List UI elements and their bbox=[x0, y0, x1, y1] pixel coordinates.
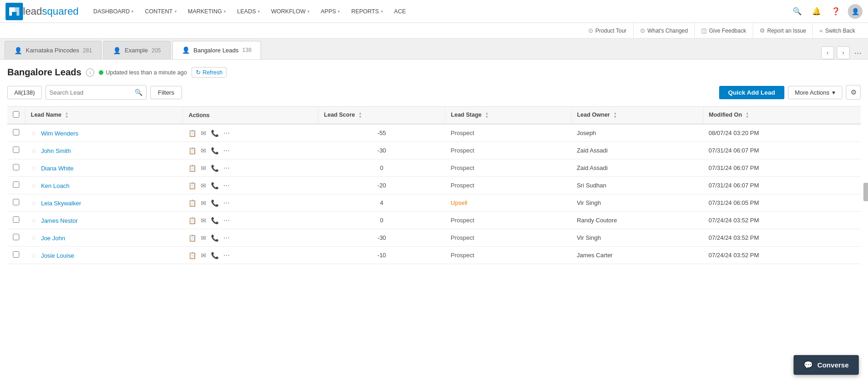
nav-content[interactable]: CONTENT ▾ bbox=[139, 0, 182, 23]
row-checkbox[interactable] bbox=[13, 216, 19, 223]
product-tour-link[interactable]: ⊙ Product Tour bbox=[582, 23, 633, 39]
email-icon[interactable]: ✉ bbox=[201, 130, 206, 137]
task-icon[interactable]: 📋 bbox=[188, 234, 196, 242]
search-button[interactable]: 🔍 bbox=[790, 4, 805, 19]
nav-reports[interactable]: REPORTS ▾ bbox=[346, 0, 388, 23]
star-icon[interactable]: ☆ bbox=[31, 147, 37, 154]
row-checkbox[interactable] bbox=[13, 164, 19, 170]
email-icon[interactable]: ✉ bbox=[201, 147, 206, 154]
col-lead-score[interactable]: Lead Score ▲▼ bbox=[318, 107, 445, 124]
notifications-button[interactable]: 🔔 bbox=[809, 4, 824, 19]
task-icon[interactable]: 📋 bbox=[188, 164, 196, 172]
row-checkbox[interactable] bbox=[13, 129, 19, 136]
task-icon[interactable]: 📋 bbox=[188, 130, 196, 137]
switch-back-link[interactable]: « Switch Back bbox=[812, 23, 862, 39]
email-icon[interactable]: ✉ bbox=[201, 182, 206, 189]
converse-button[interactable]: 💬 Converse bbox=[794, 355, 859, 375]
all-count-button[interactable]: All(138) bbox=[7, 86, 42, 99]
quick-add-lead-button[interactable]: Quick Add Lead bbox=[719, 86, 784, 99]
task-icon[interactable]: 📋 bbox=[188, 199, 196, 207]
email-icon[interactable]: ✉ bbox=[201, 199, 206, 207]
star-icon[interactable]: ☆ bbox=[31, 234, 37, 242]
lead-name-link[interactable]: Leia Skywalker bbox=[41, 200, 81, 207]
lead-name-link[interactable]: James Nestor bbox=[41, 217, 78, 224]
row-checkbox-cell[interactable] bbox=[7, 247, 25, 264]
settings-button[interactable]: ⚙ bbox=[846, 85, 861, 100]
email-icon[interactable]: ✉ bbox=[201, 234, 206, 242]
more-actions-button[interactable]: More Actions ▾ bbox=[788, 86, 842, 99]
phone-icon[interactable]: 📞 bbox=[211, 147, 219, 154]
logo[interactable]: leadsquared bbox=[6, 3, 79, 20]
search-input[interactable] bbox=[50, 89, 135, 96]
col-lead-owner[interactable]: Lead Owner ▲▼ bbox=[571, 107, 703, 124]
phone-icon[interactable]: 📞 bbox=[211, 164, 219, 172]
phone-icon[interactable]: 📞 bbox=[211, 199, 219, 207]
star-icon[interactable]: ☆ bbox=[31, 182, 37, 189]
task-icon[interactable]: 📋 bbox=[188, 217, 196, 224]
tabs-next-button[interactable]: › bbox=[837, 46, 850, 59]
star-icon[interactable]: ☆ bbox=[31, 130, 37, 137]
search-box[interactable]: 🔍 bbox=[45, 85, 147, 100]
more-actions-icon[interactable]: ⋯ bbox=[223, 130, 230, 137]
help-button[interactable]: ❓ bbox=[828, 4, 843, 19]
scroll-indicator[interactable] bbox=[863, 183, 868, 201]
nav-workflow[interactable]: WORKFLOW ▾ bbox=[266, 0, 315, 23]
row-checkbox[interactable] bbox=[13, 251, 19, 258]
refresh-button[interactable]: ↻ Refresh bbox=[192, 67, 227, 78]
report-issue-link[interactable]: ⚙ Report an Issue bbox=[753, 23, 813, 39]
info-icon[interactable]: i bbox=[86, 68, 94, 77]
email-icon[interactable]: ✉ bbox=[201, 252, 206, 259]
email-icon[interactable]: ✉ bbox=[201, 164, 206, 172]
col-lead-name[interactable]: Lead Name ▲▼ bbox=[25, 107, 183, 124]
row-checkbox-cell[interactable] bbox=[7, 194, 25, 212]
whats-changed-link[interactable]: ⊙ What's Changed bbox=[633, 23, 694, 39]
row-checkbox[interactable] bbox=[13, 181, 19, 188]
tab-bangalore-leads[interactable]: 👤 Bangalore Leads 138 bbox=[172, 41, 261, 59]
lead-name-link[interactable]: Joe John bbox=[41, 235, 65, 242]
phone-icon[interactable]: 📞 bbox=[211, 217, 219, 224]
filters-button[interactable]: Filters bbox=[150, 86, 182, 99]
row-checkbox-cell[interactable] bbox=[7, 177, 25, 194]
select-all-header[interactable] bbox=[7, 107, 25, 124]
select-all-checkbox[interactable] bbox=[13, 111, 19, 118]
lead-name-link[interactable]: Wim Wenders bbox=[41, 130, 78, 137]
row-checkbox-cell[interactable] bbox=[7, 124, 25, 142]
lead-name-link[interactable]: Diana White bbox=[41, 165, 74, 172]
phone-icon[interactable]: 📞 bbox=[211, 182, 219, 189]
tab-karnataka-pincodes[interactable]: 👤 Karnataka Pincodes 281 bbox=[5, 41, 102, 59]
star-icon[interactable]: ☆ bbox=[31, 199, 37, 207]
row-checkbox-cell[interactable] bbox=[7, 229, 25, 247]
lead-name-link[interactable]: John Smith bbox=[41, 147, 71, 154]
more-actions-icon[interactable]: ⋯ bbox=[223, 147, 230, 154]
star-icon[interactable]: ☆ bbox=[31, 164, 37, 172]
row-checkbox[interactable] bbox=[13, 199, 19, 205]
give-feedback-link[interactable]: ◫ Give Feedback bbox=[694, 23, 753, 39]
nav-dashboard[interactable]: DASHBOARD ▾ bbox=[88, 0, 139, 23]
task-icon[interactable]: 📋 bbox=[188, 182, 196, 189]
user-avatar[interactable]: 👤 bbox=[848, 4, 862, 19]
more-actions-icon[interactable]: ⋯ bbox=[223, 234, 230, 242]
more-actions-icon[interactable]: ⋯ bbox=[223, 199, 230, 207]
phone-icon[interactable]: 📞 bbox=[211, 234, 219, 242]
tabs-more-button[interactable]: ⋯ bbox=[852, 47, 863, 59]
more-actions-icon[interactable]: ⋯ bbox=[223, 182, 230, 189]
row-checkbox-cell[interactable] bbox=[7, 159, 25, 177]
col-lead-stage[interactable]: Lead Stage ▲▼ bbox=[445, 107, 571, 124]
star-icon[interactable]: ☆ bbox=[31, 252, 37, 259]
row-checkbox-cell[interactable] bbox=[7, 142, 25, 159]
star-icon[interactable]: ☆ bbox=[31, 217, 37, 224]
more-actions-icon[interactable]: ⋯ bbox=[223, 252, 230, 259]
nav-leads[interactable]: LEADS ▾ bbox=[232, 0, 266, 23]
phone-icon[interactable]: 📞 bbox=[211, 130, 219, 137]
tab-example[interactable]: 👤 Example 205 bbox=[103, 41, 170, 59]
more-actions-icon[interactable]: ⋯ bbox=[223, 164, 230, 172]
task-icon[interactable]: 📋 bbox=[188, 252, 196, 259]
row-checkbox[interactable] bbox=[13, 234, 19, 240]
row-checkbox[interactable] bbox=[13, 147, 19, 153]
nav-apps[interactable]: APPS ▾ bbox=[315, 0, 346, 23]
email-icon[interactable]: ✉ bbox=[201, 217, 206, 224]
phone-icon[interactable]: 📞 bbox=[211, 252, 219, 259]
lead-name-link[interactable]: Ken Loach bbox=[41, 182, 69, 189]
lead-name-link[interactable]: Josie Louise bbox=[41, 252, 74, 259]
col-modified-on[interactable]: Modified On ▲▼ bbox=[703, 107, 861, 124]
